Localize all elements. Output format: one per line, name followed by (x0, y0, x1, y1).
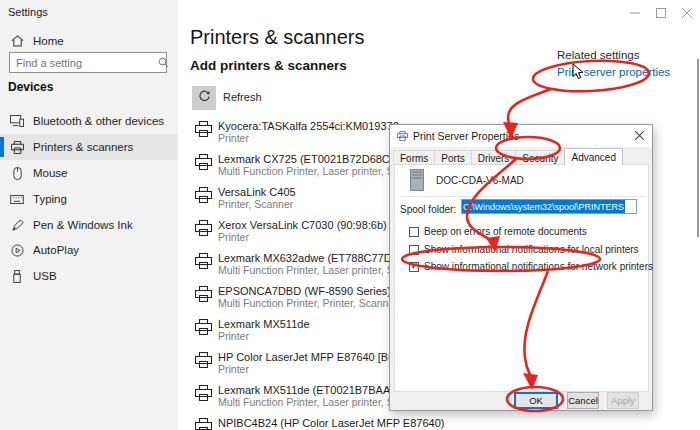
spool-folder-value: C:\Windows\system32\spool\PRINTERS (462, 200, 625, 213)
printer-icon (397, 131, 408, 141)
printer-icon (9, 141, 25, 154)
refresh-label: Refresh (223, 91, 262, 103)
ok-button[interactable]: OK (514, 392, 558, 409)
sidebar-item-bluetooth[interactable]: Bluetooth & other devices (0, 108, 178, 134)
page-title: Printers & scanners (190, 26, 365, 49)
dialog-tabs: Forms Ports Drivers Security Advanced (393, 148, 622, 165)
server-icon (410, 169, 424, 195)
printer-name: Lexmark MX511de (218, 318, 310, 330)
print-server-properties-link[interactable]: Print server properties (557, 66, 670, 78)
advanced-tab-panel: DOC-CDA-V6-MAD Spool folder: C:\Windows\… (394, 164, 649, 392)
refresh-button[interactable] (192, 86, 216, 110)
printer-name: Xerox VersaLink C7030 (90:98:6b) (218, 219, 387, 231)
print-server-properties-dialog: Print Server Properties Forms Ports Driv… (389, 124, 653, 411)
printer-name: NPIBC4B24 (HP Color LaserJet MFP E87640) (218, 417, 444, 429)
sidebar-item-printers[interactable]: Printers & scanners (0, 134, 178, 160)
window-title: Settings (8, 6, 48, 18)
sidebar-item-pen[interactable]: Pen & Windows Ink (0, 212, 178, 238)
sidebar-item-autoplay[interactable]: AutoPlay (0, 237, 178, 263)
printer-type: Printer (218, 330, 249, 342)
home-icon (9, 35, 25, 47)
sidebar-item-usb[interactable]: USB (0, 263, 178, 289)
printer-icon (195, 319, 212, 339)
printer-type: Printer (218, 132, 249, 144)
tab-drivers[interactable]: Drivers (471, 150, 517, 165)
tab-security[interactable]: Security (515, 150, 565, 165)
checkbox[interactable] (409, 245, 419, 255)
cancel-button[interactable]: Cancel (567, 392, 599, 409)
tab-advanced[interactable]: Advanced (564, 148, 622, 165)
sidebar-item-home[interactable]: Home (0, 28, 178, 54)
minimize-icon[interactable] (630, 8, 640, 18)
annotation-arrow-to-advanced (508, 89, 551, 123)
printer-icon (195, 418, 212, 430)
checkbox[interactable] (409, 227, 419, 237)
sidebar-section-devices: Devices (8, 80, 53, 94)
tab-forms[interactable]: Forms (393, 150, 435, 165)
printer-icon (195, 385, 212, 405)
apply-button[interactable]: Apply (607, 392, 639, 409)
sidebar-item-label: Typing (33, 193, 67, 205)
search-input[interactable] (10, 57, 158, 69)
checkbox-row-network-printers[interactable]: Show informational notifications for net… (409, 261, 653, 272)
settings-sidebar: Settings Home Devices Bluetooth & other … (0, 0, 178, 430)
printer-type: Printer, Scanner (218, 198, 293, 210)
sidebar-item-mouse[interactable]: Mouse (0, 160, 178, 186)
related-settings-heading: Related settings (557, 49, 639, 61)
printer-icon (195, 187, 212, 207)
spool-folder-input[interactable]: C:\Windows\system32\spool\PRINTERS (461, 199, 637, 214)
spool-folder-label: Spool folder: (400, 204, 456, 215)
printer-name: VersaLink C405 (218, 186, 296, 198)
printer-icon (195, 154, 212, 174)
printer-icon (195, 352, 212, 372)
sidebar-item-label: AutoPlay (33, 244, 79, 256)
sidebar-item-label: Mouse (33, 167, 68, 179)
sidebar-item-label: Home (33, 35, 64, 47)
sidebar-item-label: USB (33, 270, 57, 282)
search-icon[interactable] (158, 57, 169, 68)
printer-icon (195, 286, 212, 306)
printer-icon (195, 253, 212, 273)
window-controls (630, 8, 692, 18)
keyboard-icon (9, 195, 25, 204)
checkbox-row-local-printers[interactable]: Show informational notifications for loc… (409, 244, 639, 255)
mouse-icon (9, 167, 25, 180)
printer-type: Printer (218, 363, 249, 375)
scrollbar[interactable] (697, 59, 699, 237)
checkbox-label: Show informational notifications for loc… (424, 244, 639, 255)
add-printers-heading: Add printers & scanners (190, 58, 347, 73)
checkbox-label: Beep on errors of remote documents (424, 226, 587, 237)
printer-name: Lexmark MX511de (ET0021B7BAA4CA) (218, 384, 415, 396)
printer-row[interactable]: NPIBC4B24 (HP Color LaserJet MFP E87640)… (195, 417, 555, 430)
printer-icon (195, 220, 212, 240)
printer-type: Printer (218, 231, 249, 243)
dialog-close-icon[interactable] (635, 131, 644, 140)
dialog-titlebar[interactable]: Print Server Properties (390, 125, 652, 147)
usb-icon (9, 270, 25, 283)
checkbox[interactable] (409, 262, 419, 272)
sidebar-item-label: Bluetooth & other devices (33, 115, 164, 127)
devices-icon (9, 115, 25, 127)
server-name: DOC-CDA-V6-MAD (436, 175, 524, 186)
sidebar-item-label: Printers & scanners (33, 141, 133, 153)
printer-name: Lexmark CX725 (ET0021B72D68C9) (218, 153, 400, 165)
pen-icon (9, 219, 25, 232)
checkbox-row-beep[interactable]: Beep on errors of remote documents (409, 226, 587, 237)
printer-type: Multi Function Printer, Printer, Scanner (218, 297, 398, 309)
close-icon[interactable] (682, 8, 692, 18)
dialog-title: Print Server Properties (413, 130, 519, 142)
printer-icon (195, 121, 212, 141)
maximize-icon[interactable] (656, 8, 666, 18)
divider (401, 196, 644, 197)
autoplay-icon (9, 244, 25, 257)
sidebar-item-label: Pen & Windows Ink (33, 219, 133, 231)
refresh-icon (198, 89, 211, 107)
printer-name: EPSONCA7DBD (WF-8590 Series) (218, 285, 391, 297)
printer-name: Kyocera:TASKalfa 2554ci:KM019372 (218, 120, 399, 132)
tab-ports[interactable]: Ports (434, 150, 471, 165)
sidebar-item-typing[interactable]: Typing (0, 186, 178, 212)
checkbox-label: Show informational notifications for net… (424, 261, 653, 272)
search-box[interactable] (9, 52, 167, 73)
